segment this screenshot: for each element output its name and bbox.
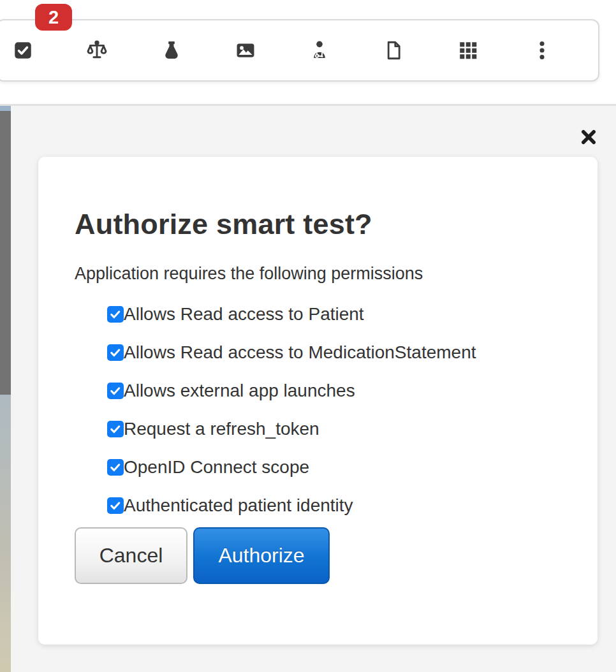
grid-icon[interactable] bbox=[457, 39, 480, 62]
permission-label: Request a refresh_token bbox=[124, 419, 319, 439]
close-icon bbox=[580, 128, 598, 146]
permission-label: Allows Read access to MedicationStatemen… bbox=[124, 342, 476, 363]
permission-checkbox[interactable] bbox=[107, 383, 124, 399]
check-square-icon-glyph bbox=[12, 40, 34, 61]
checkmark-icon bbox=[109, 499, 122, 512]
permission-row: Authenticated patient identity bbox=[107, 486, 561, 525]
permissions-list: Allows Read access to Patient Allows Rea… bbox=[75, 295, 561, 525]
scales-icon-glyph bbox=[86, 40, 108, 61]
checkmark-icon bbox=[109, 423, 122, 435]
permission-checkbox[interactable] bbox=[107, 344, 124, 361]
permission-checkbox[interactable] bbox=[107, 459, 124, 476]
scrollbar-thumb[interactable] bbox=[0, 111, 11, 395]
page-edge-highlight bbox=[0, 106, 11, 111]
permission-row: OpenID Connect scope bbox=[107, 448, 561, 486]
permission-row: Request a refresh_token bbox=[107, 410, 561, 448]
permission-row: Allows Read access to Patient bbox=[107, 295, 561, 333]
kebab-menu-icon[interactable] bbox=[531, 39, 554, 62]
modal-overlay: Authorize smart test? Application requir… bbox=[0, 104, 616, 672]
permission-checkbox[interactable] bbox=[107, 497, 124, 514]
page-left-sliver bbox=[0, 106, 11, 672]
close-button[interactable] bbox=[579, 128, 598, 147]
flask-icon[interactable] bbox=[160, 39, 183, 62]
permission-label: Allows external app launches bbox=[124, 381, 355, 401]
dialog-title: Authorize smart test? bbox=[75, 208, 561, 241]
checkmark-icon bbox=[109, 346, 122, 359]
doctor-icon-glyph bbox=[309, 40, 330, 61]
checkmark-icon bbox=[109, 308, 122, 321]
permission-row: Allows external app launches bbox=[107, 372, 561, 410]
checkmark-icon bbox=[109, 384, 122, 397]
authorize-button[interactable]: Authorize bbox=[193, 527, 330, 584]
dialog-buttons: Cancel Authorize bbox=[75, 527, 561, 584]
image-icon-glyph bbox=[235, 40, 256, 61]
grid-icon-glyph bbox=[457, 40, 479, 61]
extension-toolbar bbox=[0, 19, 599, 82]
notification-badge: 2 bbox=[35, 4, 72, 31]
authorize-dialog: Authorize smart test? Application requir… bbox=[38, 157, 598, 645]
permission-row: Allows Read access to MedicationStatemen… bbox=[107, 333, 561, 372]
scrollbar-track[interactable] bbox=[0, 395, 11, 672]
permission-label: Authenticated patient identity bbox=[124, 495, 353, 516]
permission-checkbox[interactable] bbox=[107, 306, 124, 323]
kebab-menu-icon-glyph bbox=[531, 40, 553, 61]
doctor-icon[interactable] bbox=[308, 39, 331, 62]
image-icon[interactable] bbox=[234, 39, 257, 62]
document-icon-glyph bbox=[383, 40, 404, 61]
check-square-icon[interactable] bbox=[11, 39, 34, 62]
flask-icon-glyph bbox=[161, 40, 182, 61]
checkmark-icon bbox=[109, 461, 122, 474]
permission-checkbox[interactable] bbox=[107, 421, 124, 437]
permission-label: Allows Read access to Patient bbox=[124, 304, 364, 325]
document-icon[interactable] bbox=[382, 39, 405, 62]
permission-label: OpenID Connect scope bbox=[124, 457, 309, 478]
scales-icon[interactable] bbox=[85, 39, 108, 62]
dialog-subtitle: Application requires the following permi… bbox=[75, 264, 561, 284]
cancel-button[interactable]: Cancel bbox=[75, 527, 187, 584]
